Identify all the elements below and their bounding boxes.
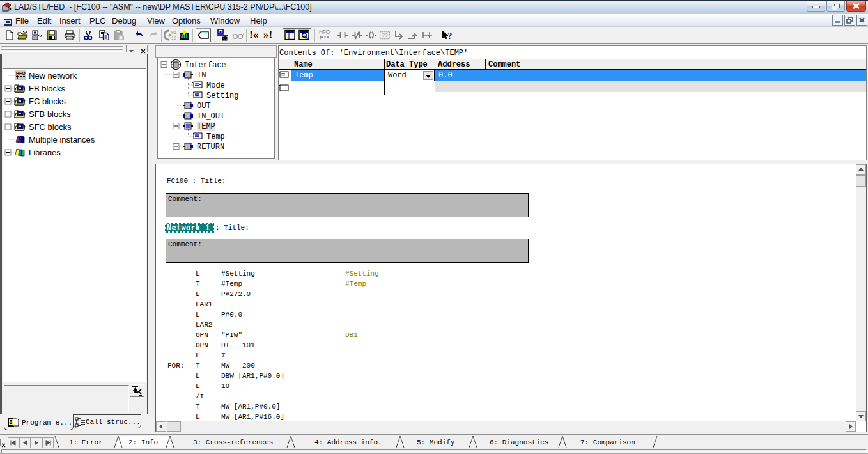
svg-text:»!: »!: [263, 29, 272, 41]
svg-text:HFO: HFO: [319, 29, 330, 35]
svg-text:10: 10: [171, 36, 176, 41]
svg-text:?: ?: [447, 31, 453, 41]
svg-text:HFO: HFO: [16, 71, 26, 75]
svg-text:??: ??: [382, 32, 388, 38]
svg-text:!«: !«: [249, 29, 258, 41]
svg-text:01: 01: [171, 31, 176, 35]
